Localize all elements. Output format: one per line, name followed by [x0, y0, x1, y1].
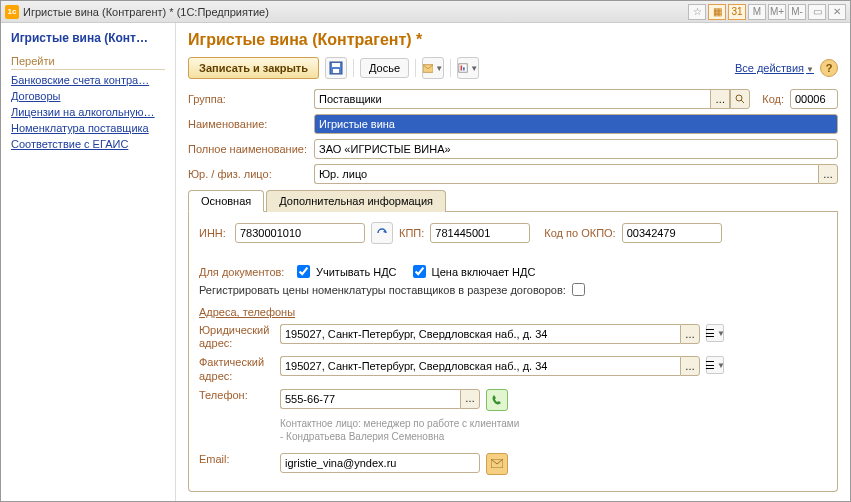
svg-line-8 — [741, 100, 744, 103]
toolbar-sep2 — [415, 59, 416, 77]
close-button[interactable]: ✕ — [828, 4, 846, 20]
page-title: Игристые вина (Контрагент) * — [188, 31, 838, 49]
group-search-button[interactable] — [730, 89, 750, 109]
fact-addr-menu-button[interactable]: ☰▼ — [706, 356, 724, 374]
row-fullname: Полное наименование: — [188, 139, 838, 159]
toolbar: Записать и закрыть Досье ▼ ▼ Все действи… — [188, 57, 838, 79]
maximize-button[interactable]: ▭ — [808, 4, 826, 20]
inn-fill-button[interactable] — [371, 222, 393, 244]
sidebar-link-contracts[interactable]: Договоры — [11, 90, 165, 102]
tab-main[interactable]: Основная — [188, 190, 264, 212]
save-close-button[interactable]: Записать и закрыть — [188, 57, 319, 79]
group-input-wrap: … — [314, 89, 750, 109]
row-email: Email: — [199, 453, 827, 475]
tab-additional[interactable]: Дополнительная информация — [266, 190, 446, 212]
contact-hint: Контактное лицо: менеджер по работе с кл… — [280, 417, 520, 443]
row-docs: Для документов: Учитывать НДС Цена включ… — [199, 265, 827, 278]
chk-nds-label: Учитывать НДС — [316, 266, 397, 278]
call-button[interactable] — [486, 389, 508, 411]
fact-addr-input[interactable] — [280, 356, 680, 376]
inn-label: ИНН: — [199, 227, 229, 239]
memory-mminus-button[interactable]: M- — [788, 4, 806, 20]
sidebar-divider — [11, 69, 165, 70]
jurfiz-label: Юр. / физ. лицо: — [188, 168, 308, 180]
jur-addr-select-button[interactable]: … — [680, 324, 700, 344]
reg-prices-label: Регистрировать цены номенклатуры поставщ… — [199, 284, 566, 296]
tab-panel-main: ИНН: КПП: Код по ОКПО: Для документов: У… — [188, 212, 838, 492]
jur-addr-wrap: … — [280, 324, 700, 344]
phone-input[interactable] — [280, 389, 460, 409]
svg-rect-2 — [333, 69, 339, 73]
window: 1c Игристые вина (Контрагент) * (1С:Пред… — [0, 0, 851, 502]
jurfiz-input[interactable] — [314, 164, 818, 184]
window-title: Игристые вина (Контрагент) * (1С:Предпри… — [23, 6, 688, 18]
toolbar-sep3 — [450, 59, 451, 77]
sidebar-link-nomenclature[interactable]: Номенклатура поставщика — [11, 122, 165, 134]
sidebar-link-licenses[interactable]: Лицензии на алкогольную… — [11, 106, 165, 118]
code-input[interactable] — [790, 89, 838, 109]
sidebar-group-label: Перейти — [11, 55, 165, 67]
phone-label: Телефон: — [199, 389, 274, 402]
email-dropdown-button[interactable]: ▼ — [422, 57, 444, 79]
chk-nds[interactable] — [297, 265, 310, 278]
jur-addr-label: Юридический адрес: — [199, 324, 274, 350]
okpo-input[interactable] — [622, 223, 722, 243]
main-panel: Игристые вина (Контрагент) * Записать и … — [176, 23, 850, 501]
section-addresses: Адреса, телефоны — [199, 306, 827, 318]
kpp-input[interactable] — [430, 223, 530, 243]
fullname-label: Полное наименование: — [188, 143, 308, 155]
row-reg-prices: Регистрировать цены номенклатуры поставщ… — [199, 283, 827, 296]
row-group: Группа: … Код: — [188, 89, 838, 109]
email-input[interactable] — [280, 453, 480, 473]
tabs: Основная Дополнительная информация — [188, 189, 838, 212]
row-fact-addr: Фактический адрес: … ☰▼ — [199, 356, 827, 382]
memory-m-button[interactable]: M — [748, 4, 766, 20]
send-email-button[interactable] — [486, 453, 508, 475]
jur-addr-input[interactable] — [280, 324, 680, 344]
row-jurfiz: Юр. / физ. лицо: … — [188, 164, 838, 184]
inn-input[interactable] — [235, 223, 365, 243]
sidebar-link-egais[interactable]: Соответствие с ЕГАИС — [11, 138, 165, 150]
save-icon-button[interactable] — [325, 57, 347, 79]
name-input[interactable] — [314, 114, 838, 134]
code-label: Код: — [762, 93, 784, 105]
okpo-label: Код по ОКПО: — [544, 227, 615, 239]
dossier-button[interactable]: Досье — [360, 58, 409, 78]
chk-reg-prices[interactable] — [572, 283, 585, 296]
calendar-button[interactable]: 31 — [728, 4, 746, 20]
favorite-button[interactable]: ☆ — [688, 4, 706, 20]
fullname-input[interactable] — [314, 139, 838, 159]
row-inn: ИНН: КПП: Код по ОКПО: — [199, 222, 827, 244]
calc-button[interactable]: ▦ — [708, 4, 726, 20]
phone-select-button[interactable]: … — [460, 389, 480, 409]
sidebar-title: Игристые вина (Конт… — [11, 31, 165, 45]
titlebar: 1c Игристые вина (Контрагент) * (1С:Пред… — [1, 1, 850, 23]
memory-mplus-button[interactable]: M+ — [768, 4, 786, 20]
group-input[interactable] — [314, 89, 710, 109]
all-actions-link[interactable]: Все действия▼ — [735, 62, 814, 74]
svg-rect-1 — [332, 63, 340, 67]
report-dropdown-button[interactable]: ▼ — [457, 57, 479, 79]
sidebar-link-bank-accounts[interactable]: Банковские счета контра… — [11, 74, 165, 86]
toolbar-sep — [353, 59, 354, 77]
fact-addr-select-button[interactable]: … — [680, 356, 700, 376]
kpp-label: КПП: — [399, 227, 424, 239]
phone-wrap: … — [280, 389, 480, 409]
app-1c-icon: 1c — [5, 5, 19, 19]
chk-price-nds[interactable] — [413, 265, 426, 278]
svg-rect-5 — [461, 65, 463, 70]
group-select-button[interactable]: … — [710, 89, 730, 109]
help-icon[interactable]: ? — [820, 59, 838, 77]
jur-addr-menu-button[interactable]: ☰▼ — [706, 324, 724, 342]
email-label: Email: — [199, 453, 274, 466]
fact-addr-wrap: … — [280, 356, 700, 376]
fact-addr-label: Фактический адрес: — [199, 356, 274, 382]
jurfiz-input-wrap: … — [314, 164, 838, 184]
titlebar-buttons: ☆ ▦ 31 M M+ M- ▭ ✕ — [688, 4, 846, 20]
sidebar: Игристые вина (Конт… Перейти Банковские … — [1, 23, 176, 501]
group-label: Группа: — [188, 93, 308, 105]
row-name: Наименование: — [188, 114, 838, 134]
row-phone: Телефон: … — [199, 389, 827, 411]
jurfiz-select-button[interactable]: … — [818, 164, 838, 184]
row-jur-addr: Юридический адрес: … ☰▼ — [199, 324, 827, 350]
